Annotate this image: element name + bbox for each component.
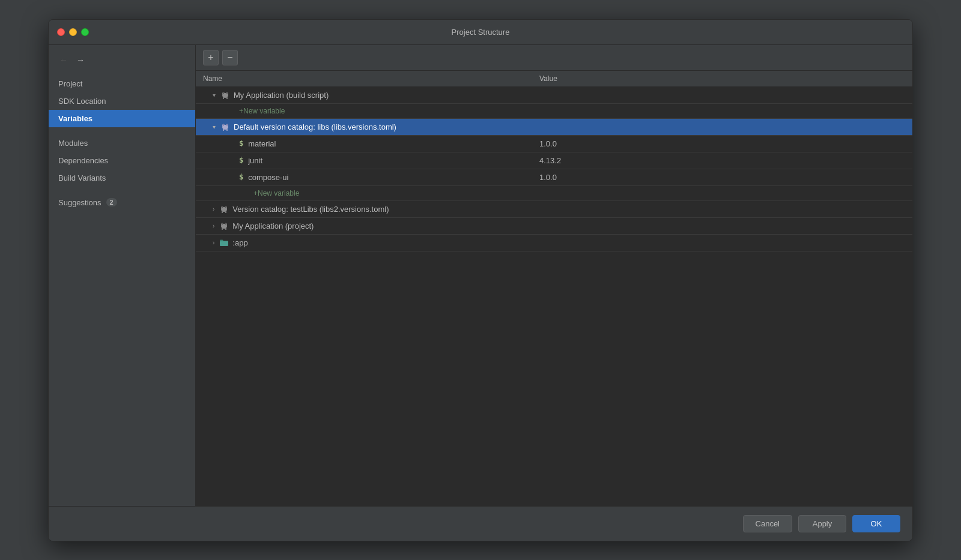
forward-button[interactable]: →	[75, 55, 86, 65]
variable-icon: $	[239, 139, 243, 148]
chevron-down-icon[interactable]: ▾	[213, 92, 216, 98]
window-controls	[57, 28, 89, 36]
row-label: Version catalog: testLibs (libs2.version…	[232, 205, 389, 214]
apply-button[interactable]: Apply	[798, 515, 846, 532]
remove-variable-button[interactable]: −	[222, 50, 238, 65]
sidebar-item-dependencies[interactable]: Dependencies	[49, 152, 195, 169]
sidebar-divider	[49, 127, 195, 134]
table-row[interactable]: +New variable	[196, 186, 912, 201]
svg-rect-6	[226, 97, 228, 99]
gradle-icon	[219, 204, 229, 214]
row-label: compose-ui	[248, 173, 288, 182]
svg-point-4	[226, 92, 228, 94]
sidebar-items: Project SDK Location Variables Modules D…	[49, 75, 195, 211]
row-value	[532, 92, 912, 98]
svg-rect-12	[223, 129, 224, 131]
svg-rect-26	[222, 228, 223, 230]
row-value	[532, 239, 912, 245]
ok-button[interactable]: OK	[852, 515, 900, 532]
table-row[interactable]: › :app	[196, 235, 912, 251]
toolbar: + −	[196, 45, 912, 71]
row-value: 1.0.0	[532, 170, 912, 185]
header-name: Name	[196, 71, 532, 86]
row-name: $ material	[196, 136, 532, 151]
maximize-button[interactable]	[81, 28, 89, 36]
chevron-right-icon[interactable]: ›	[213, 206, 214, 212]
row-label: material	[248, 139, 276, 148]
sidebar-divider-2	[49, 187, 195, 194]
main-content: + − Name Value ▾	[196, 45, 912, 506]
table-row[interactable]: $ material 1.0.0	[196, 136, 912, 152]
row-value	[532, 223, 912, 229]
svg-point-17	[222, 206, 223, 208]
svg-rect-13	[226, 129, 228, 131]
svg-point-3	[223, 92, 224, 94]
new-variable-link-2[interactable]: +New variable	[196, 186, 532, 200]
gradle-icon	[219, 221, 229, 230]
row-label: Default version catalog: libs (libs.vers…	[234, 122, 396, 131]
row-value	[532, 190, 912, 196]
minimize-button[interactable]	[69, 28, 77, 36]
svg-rect-28	[220, 241, 228, 246]
dialog-footer: Cancel Apply OK	[49, 506, 912, 541]
table-row[interactable]: ▾ Default version catalog: libs (libs.ve…	[196, 119, 912, 136]
back-button[interactable]: ←	[58, 55, 69, 65]
add-variable-button[interactable]: +	[203, 50, 219, 65]
table-row[interactable]: › My Application (project)	[196, 218, 912, 235]
suggestions-badge: 2	[106, 198, 117, 206]
row-name: $ compose-ui	[196, 170, 532, 185]
row-name: ▾ Default version catalog: libs (libs.ve…	[196, 119, 532, 134]
sidebar-item-modules[interactable]: Modules	[49, 134, 195, 152]
dialog-body: ← → Project SDK Location Variables Modul…	[49, 45, 912, 506]
svg-point-11	[226, 124, 228, 126]
variable-icon: $	[239, 173, 243, 181]
svg-point-18	[225, 206, 226, 208]
nav-arrows: ← →	[49, 52, 195, 75]
header-value: Value	[532, 71, 912, 86]
row-label: My Application (build script)	[234, 91, 329, 100]
sidebar-item-sdk-location[interactable]: SDK Location	[49, 92, 195, 110]
sidebar: ← → Project SDK Location Variables Modul…	[49, 45, 196, 506]
row-value: 4.13.2	[532, 153, 912, 168]
row-value: 1.0.0	[532, 136, 912, 151]
table-row[interactable]: +New variable	[196, 104, 912, 119]
row-name: › Version catalog: testLibs (libs2.versi…	[196, 201, 532, 217]
new-variable-link[interactable]: +New variable	[196, 104, 532, 118]
row-label: :app	[232, 238, 247, 247]
row-name: $ junit	[196, 153, 532, 168]
table-row[interactable]: $ junit 4.13.2	[196, 152, 912, 169]
dialog-title: Project Structure	[452, 28, 510, 37]
row-value	[532, 124, 912, 130]
svg-rect-20	[225, 211, 226, 213]
sidebar-item-build-variants[interactable]: Build Variants	[49, 169, 195, 187]
chevron-down-icon[interactable]: ▾	[213, 124, 216, 130]
sidebar-item-project[interactable]: Project	[49, 75, 195, 92]
chevron-right-icon[interactable]: ›	[213, 239, 214, 246]
table-row[interactable]: $ compose-ui 1.0.0	[196, 169, 912, 186]
project-structure-dialog: Project Structure ← → Project SDK Locati…	[48, 19, 913, 541]
gradle-icon	[220, 90, 230, 100]
cancel-button[interactable]: Cancel	[743, 515, 792, 532]
row-label: junit	[248, 156, 262, 165]
close-button[interactable]	[57, 28, 65, 36]
svg-rect-19	[222, 211, 223, 213]
table-row[interactable]: › Version catalog: testLibs (libs2.versi…	[196, 201, 912, 218]
row-value	[532, 108, 912, 114]
row-name: ▾ My Application (build script)	[196, 87, 532, 103]
table-row[interactable]: ▾ My Application (build script)	[196, 87, 912, 104]
row-name: › My Application (project)	[196, 218, 532, 233]
table-header: Name Value	[196, 71, 912, 87]
sidebar-item-suggestions[interactable]: Suggestions 2	[49, 194, 195, 211]
folder-icon	[219, 238, 229, 247]
gradle-icon	[220, 122, 230, 131]
row-value	[532, 206, 912, 212]
sidebar-item-variables[interactable]: Variables	[49, 110, 195, 127]
title-bar: Project Structure	[49, 20, 912, 45]
svg-rect-29	[220, 241, 228, 241]
svg-point-10	[223, 124, 224, 126]
row-label: My Application (project)	[232, 221, 314, 230]
row-name: › :app	[196, 235, 532, 250]
chevron-right-icon[interactable]: ›	[213, 223, 214, 229]
svg-rect-27	[225, 228, 226, 230]
svg-rect-5	[223, 97, 224, 99]
